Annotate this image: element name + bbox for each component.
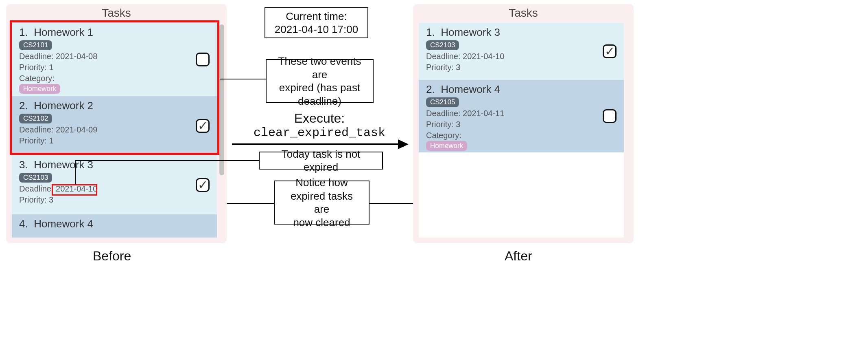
task-deadline: Deadline: 2021-04-09: [19, 124, 188, 135]
task-title: 1. Homework 3: [426, 26, 595, 39]
task-list: 1. Homework 1 CS2101 Deadline: 2021-04-0…: [12, 23, 217, 238]
task-checkbox[interactable]: [196, 53, 210, 66]
course-tag: CS2102: [19, 114, 52, 123]
scrollbar[interactable]: [219, 24, 224, 175]
task-category-label: Category:: [19, 73, 188, 84]
connector-line: [75, 160, 76, 184]
task-checkbox[interactable]: ✓: [196, 119, 210, 133]
task-deadline: Deadline: 2021-04-10: [19, 183, 188, 194]
task-title: 2. Homework 4: [426, 83, 595, 96]
arrow-head-icon: [398, 139, 409, 149]
category-pill: Homework: [19, 84, 60, 94]
annotation-expired: These two events are expired (has past d…: [266, 59, 374, 103]
tasks-panel-before: Tasks 1. Homework 1 CS2101 Deadline: 202…: [6, 4, 227, 243]
course-tag: CS2101: [19, 40, 52, 50]
panel-title: Tasks: [413, 4, 634, 21]
task-row: 2. Homework 2 CS2102 Deadline: 2021-04-0…: [12, 96, 217, 155]
course-tag: CS2103: [426, 40, 459, 50]
course-tag: CS2103: [19, 173, 52, 183]
annotation-today: Today task is not expired: [259, 152, 383, 170]
connector-line: [220, 79, 266, 79]
annotation-current-time: Current time: 2021-04-10 17:00: [265, 7, 368, 38]
task-title: 4. Homework 4: [19, 218, 188, 230]
task-priority: Priority: 3: [426, 62, 595, 73]
task-priority: Priority: 1: [19, 135, 188, 146]
connector-line: [75, 160, 259, 161]
panel-title: Tasks: [6, 4, 227, 21]
task-row: 1. Homework 3 CS2103 Deadline: 2021-04-1…: [419, 23, 624, 80]
task-list: 1. Homework 3 CS2103 Deadline: 2021-04-1…: [419, 23, 624, 238]
caption-after: After: [505, 249, 532, 264]
task-row: 4. Homework 4: [12, 214, 217, 238]
tasks-panel-after: Tasks 1. Homework 3 CS2103 Deadline: 202…: [413, 4, 634, 243]
task-priority: Priority: 3: [19, 194, 188, 205]
arrow-line: [232, 143, 399, 145]
execute-label: Execute: clear_expired_task: [234, 111, 405, 140]
task-deadline: Deadline: 2021-04-10: [426, 51, 595, 62]
task-category-label: Category:: [426, 130, 595, 141]
task-deadline: Deadline: 2021-04-11: [426, 108, 595, 119]
task-title: 2. Homework 2: [19, 99, 188, 112]
annotation-cleared: Notice how expired tasks are now cleared: [274, 181, 370, 225]
task-checkbox[interactable]: ✓: [196, 178, 210, 192]
task-checkbox[interactable]: ✓: [603, 44, 617, 58]
task-deadline: Deadline: 2021-04-08: [19, 51, 188, 62]
task-priority: Priority: 3: [426, 119, 595, 130]
caption-before: Before: [93, 249, 131, 264]
course-tag: CS2105: [426, 97, 459, 107]
connector-line: [227, 203, 274, 204]
task-priority: Priority: 1: [19, 62, 188, 73]
task-row: 1. Homework 1 CS2101 Deadline: 2021-04-0…: [12, 23, 217, 96]
task-title: 1. Homework 1: [19, 26, 188, 39]
task-checkbox[interactable]: [603, 109, 617, 123]
task-row: 2. Homework 4 CS2105 Deadline: 2021-04-1…: [419, 80, 624, 152]
task-row: 3. Homework 3 CS2103 Deadline: 2021-04-1…: [12, 155, 217, 214]
category-pill: Homework: [426, 141, 467, 151]
connector-line: [370, 203, 413, 204]
